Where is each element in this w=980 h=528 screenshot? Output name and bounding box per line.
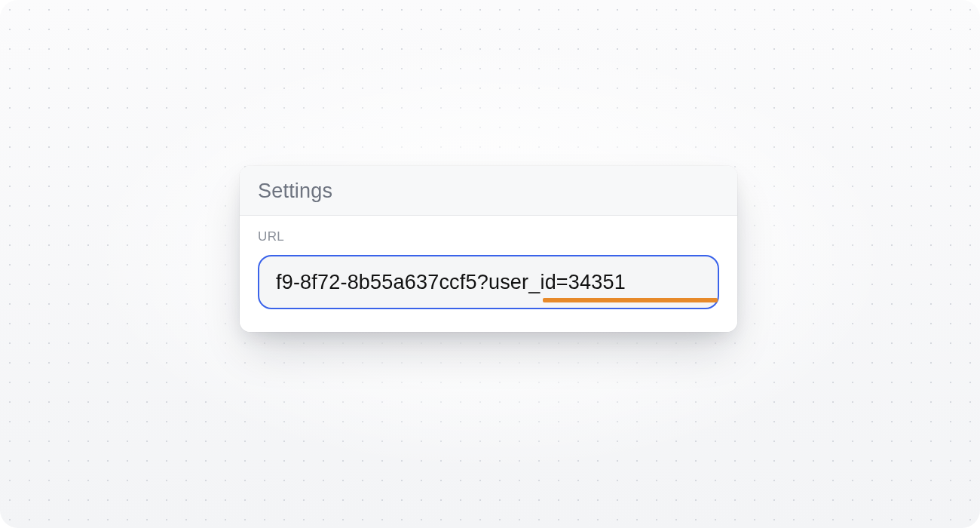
- url-input[interactable]: [258, 255, 719, 309]
- settings-title: Settings: [258, 180, 719, 203]
- dotted-canvas: Settings URL: [0, 0, 980, 528]
- settings-card-body: URL: [240, 216, 737, 332]
- settings-card: Settings URL: [240, 166, 737, 332]
- url-input-wrap: [258, 255, 719, 309]
- settings-card-header: Settings: [240, 166, 737, 216]
- url-field-label: URL: [258, 229, 719, 244]
